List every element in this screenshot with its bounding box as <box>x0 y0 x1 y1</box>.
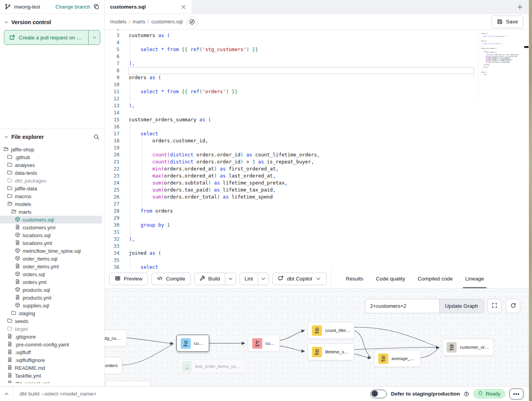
lineage-node-stg_customers[interactable]: MDLstg_customers <box>105 330 127 347</box>
tree-item--gitignore[interactable]: .gitignore <box>0 333 102 341</box>
tree-item--pre-commit-config-yaml[interactable]: .pre-commit-config.yaml <box>0 341 102 348</box>
build-dropdown[interactable] <box>225 273 236 285</box>
code-line-6[interactable]: 6 <box>105 53 529 60</box>
file-explorer-header[interactable]: File explorer <box>0 129 104 143</box>
tab-customers-sql[interactable]: customers.sql <box>105 0 192 14</box>
code-line-24[interactable]: 24 sum(orders.subtotal) as lifetime_spen… <box>105 179 529 186</box>
tree-item-dbt-project-yml[interactable]: dbt_project.yml <box>0 380 102 383</box>
tree-item-orders-sql[interactable]: orders.sql <box>0 270 102 278</box>
expand-command-bar-button[interactable] <box>0 387 13 401</box>
preview-button[interactable]: Preview <box>109 273 148 285</box>
tree-item-jaffle-data[interactable]: jaffle-data <box>0 185 102 192</box>
lineage-node-test-order-items[interactable]: TSTtest_order_items_compute_to_bools... <box>178 359 246 373</box>
code-line-14[interactable]: 14 <box>105 109 529 116</box>
code-line-27[interactable]: 27 <box>105 200 529 208</box>
code-line-35[interactable]: 35 <box>105 257 529 264</box>
ready-status-badge[interactable]: Ready <box>473 389 505 399</box>
code-line-3[interactable]: 3customers as ( <box>105 32 529 39</box>
code-line-4[interactable]: 4 <box>105 39 529 46</box>
code-line-15[interactable]: 15customer_orders_summary as ( <box>105 116 529 123</box>
dbt-copilot-button[interactable]: dbt Copilot <box>272 273 327 285</box>
code-line-32[interactable]: 32), <box>105 236 529 243</box>
compile-button[interactable]: Compile <box>151 273 191 285</box>
tree-item-customers-sql[interactable]: customers.sql <box>0 216 102 224</box>
lineage-panel[interactable]: MDLstg_customersMDLordersMDLcustomersTST… <box>105 289 529 386</box>
save-button[interactable]: Save <box>491 16 523 28</box>
lineage-node-customers-semantic[interactable]: SEMcustomers <box>248 335 280 352</box>
docs-compass-button[interactable] <box>187 16 197 27</box>
code-line-8[interactable]: 8 <box>105 67 529 74</box>
tree-item-locations-yml[interactable]: locations.yml <box>0 239 102 247</box>
tree-item--github[interactable]: .github <box>0 153 102 161</box>
version-control-header[interactable]: Version control <box>0 14 104 28</box>
scrollbar-thumb[interactable] <box>524 46 528 48</box>
tree-item-data-tests[interactable]: data-tests <box>0 169 102 177</box>
code-editor[interactable]: 23customers as (45 select * from {{ ref(… <box>105 30 529 269</box>
tree-item-analyses[interactable]: analyses <box>0 161 102 169</box>
tree-item-order-items-sql[interactable]: order_items.sql <box>0 255 102 263</box>
code-line-26[interactable]: 26 sum(orders.order_total) as lifetime_s… <box>105 193 529 200</box>
code-line-19[interactable]: 19 <box>105 144 529 151</box>
tree-item-products-sql[interactable]: products.sql <box>0 286 102 294</box>
tree-item-marts[interactable]: marts <box>0 208 102 216</box>
code-line-33[interactable]: 33 <box>105 243 529 250</box>
tree-item-macros[interactable]: macros <box>0 192 102 200</box>
tree-item-supplies-sql[interactable]: supplies.sql <box>0 302 102 309</box>
copy-branch-icon[interactable] <box>93 4 100 10</box>
tab-lineage[interactable]: Lineage <box>459 269 490 288</box>
lineage-node-partial-node[interactable] <box>105 381 151 386</box>
code-line-20[interactable]: 20 count(distinct orders.order_id) as co… <box>105 151 529 158</box>
breadcrumb-file[interactable]: customers.sql <box>151 19 183 25</box>
code-line-17[interactable]: 17 select <box>105 130 529 137</box>
tree-item-customers-yml[interactable]: customers.yml <box>0 224 102 231</box>
more-options-button[interactable]: ••• <box>509 389 523 399</box>
tab-results[interactable]: Results <box>340 269 370 288</box>
tree-item--sqlfluff[interactable]: .sqlfluff <box>0 348 102 356</box>
code-line-5[interactable]: 5 select * from {{ ref('stg_customers') … <box>105 46 529 53</box>
command-input[interactable]: dbt build --select <model_name> <box>20 391 370 397</box>
code-line-10[interactable]: 10 <box>105 81 529 88</box>
tree-item-jaffle-shop[interactable]: jaffle-shop <box>0 145 102 153</box>
lineage-node-customer_order_metrics[interactable]: QRYcustomer_order_metrics <box>442 339 494 356</box>
code-line-11[interactable]: 11 select * from {{ ref('orders') }} <box>105 88 529 95</box>
lint-dropdown[interactable] <box>258 273 269 285</box>
code-line-18[interactable]: 18 orders.customer_id, <box>105 137 529 144</box>
editor-scrollbar[interactable] <box>524 30 529 269</box>
code-line-25[interactable]: 25 sum(orders.tax_paid) as lifetime_tax_… <box>105 186 529 193</box>
code-line-12[interactable]: 12 <box>105 95 529 102</box>
update-graph-button[interactable]: Update Graph <box>439 299 484 313</box>
lineage-node-customers-model[interactable]: MDLcustomers <box>176 335 209 352</box>
tree-item-target[interactable]: target <box>0 325 102 333</box>
tree-item-dbt-packages[interactable]: dbt_packages <box>0 177 102 185</box>
tree-item-products-yml[interactable]: products.yml <box>0 294 102 302</box>
code-line-7[interactable]: 7), <box>105 60 529 67</box>
change-branch-link[interactable]: Change branch <box>55 4 90 10</box>
lineage-node-count_lifetime_orders[interactable]: METcount_lifetime_orders <box>308 322 354 339</box>
breadcrumb-marts[interactable]: marts <box>133 19 146 25</box>
new-tab-button[interactable] <box>511 0 529 14</box>
code-line-29[interactable]: 29 <box>105 215 529 222</box>
tree-item-locations-sql[interactable]: locations.sql <box>0 231 102 239</box>
code-line-31[interactable]: 31 <box>105 229 529 236</box>
code-line-21[interactable]: 21 count(distinct orders.order_id) > 1 a… <box>105 158 529 165</box>
lineage-node-average_order_value[interactable]: METaverage_order_value <box>374 350 421 367</box>
tab-code-quality[interactable]: Code quality <box>370 269 411 288</box>
tree-item-models[interactable]: models <box>0 200 102 208</box>
code-line-22[interactable]: 22 min(orders.ordered_at) as first_order… <box>105 165 529 172</box>
help-icon[interactable] <box>464 391 469 397</box>
lint-button[interactable]: Lint <box>240 273 258 285</box>
tree-item-staging[interactable]: staging <box>0 309 102 317</box>
tree-item-metricflow-time-spine-sql[interactable]: metricflow_time_spine.sql <box>0 247 102 255</box>
tree-item-orders-yml[interactable]: orders.yml <box>0 278 102 286</box>
code-line-28[interactable]: 28 from orders <box>105 208 529 215</box>
code-line-16[interactable]: 16 <box>105 123 529 130</box>
close-tab-icon[interactable] <box>181 4 186 10</box>
defer-toggle[interactable] <box>370 390 387 398</box>
code-line-34[interactable]: 34joined as ( <box>105 250 529 257</box>
code-line-36[interactable]: 36 select <box>105 264 529 269</box>
code-line-23[interactable]: 23 max(orders.ordered_at) as last_ordere… <box>105 172 529 179</box>
search-icon[interactable] <box>93 134 100 140</box>
code-line-13[interactable]: 13), <box>105 102 529 109</box>
tree-item-readme-md[interactable]: README.md <box>0 364 102 372</box>
lineage-node-lifetime_spend_pretax[interactable]: METlifetime_spend_pretax <box>308 343 354 360</box>
